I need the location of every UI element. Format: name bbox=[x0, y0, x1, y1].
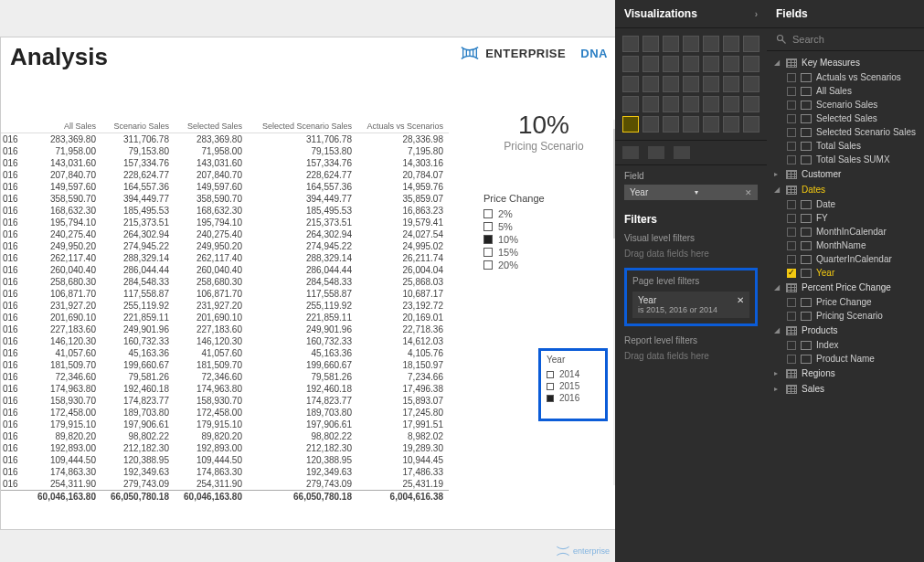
year-slicer-option[interactable]: 2016 bbox=[547, 392, 600, 404]
field-selected-sales[interactable]: Selected Sales bbox=[767, 111, 924, 125]
fields-header[interactable]: Fields bbox=[767, 0, 924, 28]
viz-type-icon[interactable] bbox=[622, 96, 639, 112]
field-well-item[interactable]: Year ▾ ✕ bbox=[624, 185, 758, 200]
checkbox-icon[interactable] bbox=[483, 260, 493, 270]
viz-type-icon[interactable] bbox=[683, 56, 699, 72]
viz-type-icon[interactable] bbox=[723, 36, 739, 52]
checkbox-icon[interactable] bbox=[483, 235, 493, 244]
table-regions[interactable]: ▸Regions bbox=[767, 366, 924, 381]
table-row[interactable]: 016179,915.10197,906.61179,915.10197,906… bbox=[1, 419, 449, 430]
field-total-sales-sumx[interactable]: Total Sales SUMX bbox=[767, 153, 924, 166]
field-checkbox[interactable] bbox=[787, 228, 796, 237]
field-monthincalendar[interactable]: MonthInCalendar bbox=[767, 225, 924, 239]
checkbox-icon[interactable] bbox=[483, 209, 493, 218]
table-scrollbar[interactable] bbox=[613, 120, 615, 485]
table-row[interactable]: 016174,963.80192,460.18174,963.80192,460… bbox=[1, 383, 449, 395]
table-row[interactable]: 016149,597.60164,557.36149,597.60164,557… bbox=[1, 181, 449, 193]
table-customer[interactable]: ▸Customer bbox=[767, 166, 924, 182]
viz-type-icon[interactable] bbox=[743, 36, 759, 52]
field-all-sales[interactable]: All Sales bbox=[767, 84, 924, 98]
viz-type-icon[interactable] bbox=[723, 116, 739, 133]
clear-filter-icon[interactable]: ✕ bbox=[737, 295, 744, 305]
viz-type-icon[interactable] bbox=[703, 56, 719, 72]
column-header[interactable]: All Sales bbox=[27, 122, 100, 131]
field-checkbox[interactable] bbox=[787, 255, 796, 264]
viz-type-icon[interactable] bbox=[663, 56, 679, 72]
viz-type-icon[interactable] bbox=[643, 76, 659, 92]
table-row[interactable]: 016262,117.40288,329.14262,117.40288,329… bbox=[1, 252, 449, 264]
table-row[interactable]: 016240,275.40264,302.94240,275.40264,302… bbox=[1, 228, 449, 240]
table-row[interactable]: 016106,871.70117,558.87106,871.70117,558… bbox=[1, 288, 449, 300]
viz-type-icon[interactable] bbox=[743, 56, 759, 72]
table-percent-price-change[interactable]: ◢Percent Price Change bbox=[767, 280, 924, 295]
visualizations-header[interactable]: Visualizations › bbox=[615, 0, 767, 28]
viz-type-icon[interactable] bbox=[663, 76, 679, 92]
column-header[interactable]: Selected Sales bbox=[173, 122, 246, 131]
field-checkbox[interactable] bbox=[787, 312, 796, 321]
table-row[interactable]: 01689,820.2098,802.2289,820.2098,802.228… bbox=[1, 430, 449, 442]
price-change-option[interactable]: 15% bbox=[483, 246, 584, 259]
table-row[interactable]: 016195,794.10215,373.51195,794.10215,373… bbox=[1, 217, 449, 228]
field-checkbox[interactable] bbox=[787, 87, 796, 96]
table-row[interactable]: 016109,444.50120,388.95109,444.50120,388… bbox=[1, 454, 449, 466]
table-row[interactable]: 016283,369.80311,706.78283,369.80311,706… bbox=[1, 133, 449, 145]
table-row[interactable]: 016207,840.70228,624.77207,840.70228,624… bbox=[1, 169, 449, 181]
viz-type-icon[interactable] bbox=[663, 36, 679, 52]
field-index[interactable]: Index bbox=[767, 338, 924, 352]
viz-type-icon[interactable] bbox=[703, 96, 719, 112]
table-row[interactable]: 016143,031.60157,334.76143,031.60157,334… bbox=[1, 157, 449, 169]
field-price-change[interactable]: Price Change bbox=[767, 295, 924, 309]
remove-field-icon[interactable]: ✕ bbox=[745, 188, 752, 197]
price-change-option[interactable]: 2% bbox=[483, 207, 584, 220]
viz-type-icon[interactable] bbox=[703, 76, 719, 92]
report-filter-dropzone[interactable]: Drag data fields here bbox=[624, 351, 758, 361]
table-row[interactable]: 016174,863.30192,349.63174,863.30192,349… bbox=[1, 466, 449, 478]
field-checkbox[interactable] bbox=[787, 341, 796, 350]
viz-type-icon[interactable] bbox=[743, 76, 759, 92]
field-product-name[interactable]: Product Name bbox=[767, 352, 924, 366]
table-row[interactable]: 016146,120.30160,732.33146,120.30160,732… bbox=[1, 335, 449, 347]
price-change-option[interactable]: 5% bbox=[483, 220, 584, 233]
viz-type-icon[interactable] bbox=[622, 56, 639, 72]
format-tab-icon[interactable] bbox=[648, 146, 664, 159]
viz-type-icon[interactable] bbox=[723, 96, 739, 112]
field-scenario-sales[interactable]: Scenario Sales bbox=[767, 98, 924, 111]
viz-type-icon[interactable] bbox=[683, 36, 699, 52]
viz-type-icon[interactable] bbox=[663, 96, 679, 112]
table-products[interactable]: ◢Products bbox=[767, 323, 924, 338]
price-change-option[interactable]: 10% bbox=[483, 233, 584, 246]
table-row[interactable]: 01672,346.6079,581.2672,346.6079,581.267… bbox=[1, 371, 449, 383]
checkbox-icon[interactable] bbox=[483, 248, 493, 257]
field-pricing-scenario[interactable]: Pricing Scenario bbox=[767, 309, 924, 323]
field-checkbox[interactable] bbox=[787, 73, 796, 82]
table-row[interactable]: 016231,927.20255,119.92231,927.20255,119… bbox=[1, 300, 449, 312]
viz-type-icon[interactable] bbox=[703, 116, 719, 133]
dropdown-icon[interactable]: ▾ bbox=[695, 188, 698, 196]
visual-filter-dropzone[interactable]: Drag data fields here bbox=[624, 249, 758, 259]
table-row[interactable]: 016227,183.60249,901.96227,183.60249,901… bbox=[1, 323, 449, 335]
field-checkbox[interactable] bbox=[787, 101, 796, 110]
price-change-option[interactable]: 20% bbox=[483, 259, 584, 271]
table-sales[interactable]: ▸Sales bbox=[767, 381, 924, 397]
viz-type-icon[interactable] bbox=[743, 96, 759, 112]
field-checkbox[interactable] bbox=[787, 128, 796, 137]
viz-type-icon[interactable] bbox=[723, 76, 739, 92]
table-row[interactable]: 01671,958.0079,153.8071,958.0079,153.807… bbox=[1, 145, 449, 157]
field-checkbox[interactable] bbox=[787, 200, 796, 209]
column-header[interactable] bbox=[1, 122, 27, 131]
field-date[interactable]: Date bbox=[767, 197, 924, 211]
price-change-slicer[interactable]: Price Change 2%5%10%15%20% bbox=[483, 193, 584, 271]
checkbox-icon[interactable] bbox=[483, 222, 493, 231]
table-row[interactable]: 016358,590.70394,449.77358,590.70394,449… bbox=[1, 193, 449, 205]
viz-type-icon[interactable] bbox=[723, 56, 739, 72]
viz-type-icon[interactable] bbox=[683, 116, 699, 133]
table-key-measures[interactable]: ◢Key Measures bbox=[767, 55, 924, 70]
table-row[interactable]: 016172,458.00189,703.80172,458.00189,703… bbox=[1, 407, 449, 419]
viz-type-icon[interactable] bbox=[663, 116, 679, 133]
checkbox-icon[interactable] bbox=[547, 371, 554, 378]
year-slicer[interactable]: Year 201420152016 bbox=[538, 348, 608, 421]
analytics-tab-icon[interactable] bbox=[674, 146, 690, 159]
field-checkbox[interactable] bbox=[787, 241, 796, 250]
table-row[interactable]: 016181,509.70199,660.67181,509.70199,660… bbox=[1, 359, 449, 371]
field-fy[interactable]: FY bbox=[767, 211, 924, 225]
